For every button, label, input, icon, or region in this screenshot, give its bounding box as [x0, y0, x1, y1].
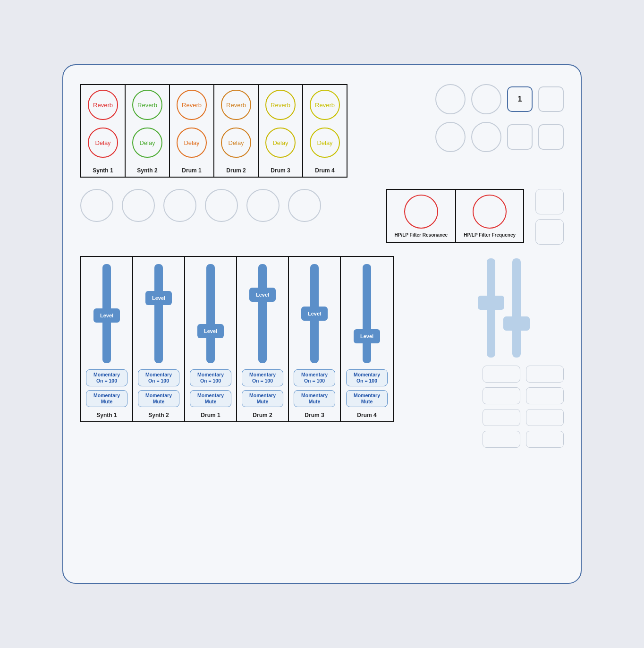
reverb-knob-synth1[interactable]: Reverb: [88, 90, 118, 120]
right-bottom-panel: [483, 256, 564, 448]
bottom-section: Level MomentaryOn = 100 MomentaryMute Sy…: [80, 256, 564, 448]
reverb-knob-synth2[interactable]: Reverb: [132, 90, 162, 120]
right-circle-btn-2[interactable]: [471, 84, 501, 114]
label-drum4-top: Drum 4: [315, 165, 334, 174]
fader-col-drum4: Level MomentaryOn = 100 MomentaryMute Dr…: [341, 257, 393, 421]
light-fader-bar-2: [512, 258, 521, 358]
fader-label-synth2: Synth 2: [148, 411, 169, 418]
filter-frequency-knob[interactable]: [473, 195, 507, 229]
fader-label-drum2: Drum 2: [253, 411, 272, 418]
fader-label-drum3: Drum 3: [305, 411, 324, 418]
filter-resonance-label: HP/LP Filter Resonance: [395, 232, 448, 238]
light-fader-handle-1[interactable]: [478, 296, 504, 310]
reverb-knob-drum2[interactable]: Reverb: [221, 90, 251, 120]
mid-circle-2[interactable]: [122, 189, 155, 222]
filter-resonance-knob[interactable]: [404, 195, 438, 229]
right-sq-mid-2[interactable]: [535, 219, 564, 245]
fader-col-synth1: Level MomentaryOn = 100 MomentaryMute Sy…: [81, 257, 133, 421]
reverb-knob-drum1[interactable]: Reverb: [177, 90, 207, 120]
fader-btn-mute-synth1[interactable]: MomentaryMute: [86, 390, 127, 407]
fader-track-drum2: Level: [254, 262, 271, 366]
fader-track-drum3: Level: [306, 262, 323, 366]
fader-btn-on-drum2[interactable]: MomentaryOn = 100: [242, 369, 283, 386]
fader-btn-mute-drum2[interactable]: MomentaryMute: [242, 390, 283, 407]
right-bot-btn-4[interactable]: [526, 387, 564, 404]
fader-bar-drum2: [258, 264, 267, 363]
right-bot-btn-8[interactable]: [526, 431, 564, 448]
right-top-panel: 1: [435, 84, 564, 152]
right-bot-row3: [483, 409, 564, 426]
label-drum1-top: Drum 1: [182, 165, 201, 174]
light-fader-handle-2[interactable]: [503, 316, 530, 331]
fader-track-drum4: Level: [358, 262, 375, 366]
channel-col-drum1-top: Reverb Delay Drum 1: [170, 85, 214, 177]
fader-btn-mute-drum1[interactable]: MomentaryMute: [190, 390, 231, 407]
fader-track-synth1: Level: [98, 262, 115, 366]
mid-circles-row: [80, 189, 375, 222]
right-bot-btn-3[interactable]: [483, 387, 520, 404]
fader-col-drum2: Level MomentaryOn = 100 MomentaryMute Dr…: [237, 257, 289, 421]
right-bot-btn-5[interactable]: [483, 409, 520, 426]
fader-btn-on-drum3[interactable]: MomentaryOn = 100: [294, 369, 335, 386]
num-button-1[interactable]: 1: [507, 86, 533, 112]
fader-btn-on-drum4[interactable]: MomentaryOn = 100: [346, 369, 388, 386]
mid-circle-1[interactable]: [80, 189, 113, 222]
label-drum2-top: Drum 2: [226, 165, 246, 174]
delay-knob-drum2[interactable]: Delay: [221, 128, 251, 158]
light-faders: [483, 256, 564, 360]
fader-btn-mute-drum4[interactable]: MomentaryMute: [346, 390, 388, 407]
right-bot-row1: [483, 366, 564, 383]
sq-btn-3[interactable]: [507, 124, 533, 150]
right-circle-btn-3[interactable]: [435, 122, 466, 152]
filter-frequency-label: HP/LP Filter Frequency: [464, 232, 516, 238]
sq-btn-4[interactable]: [538, 124, 564, 150]
sq-btn-2[interactable]: [538, 86, 564, 112]
delay-knob-drum4[interactable]: Delay: [310, 128, 340, 158]
reverb-knob-drum4[interactable]: Reverb: [310, 90, 340, 120]
channel-col-drum3-top: Reverb Delay Drum 3: [259, 85, 303, 177]
right-top-row1: 1: [435, 84, 564, 114]
fader-group: Level MomentaryOn = 100 MomentaryMute Sy…: [80, 256, 394, 422]
mid-circle-5[interactable]: [246, 189, 280, 222]
fader-bar-synth2: [154, 264, 163, 363]
fader-handle-drum1[interactable]: Level: [197, 324, 224, 338]
right-bot-row2: [483, 387, 564, 404]
right-bot-btn-7[interactable]: [483, 431, 520, 448]
light-fader-track-2: [508, 256, 525, 360]
light-fader-track-1: [483, 256, 500, 360]
label-drum3-top: Drum 3: [271, 165, 290, 174]
channel-col-drum2-top: Reverb Delay Drum 2: [214, 85, 259, 177]
fader-handle-drum4[interactable]: Level: [354, 329, 380, 343]
fader-btn-on-synth2[interactable]: MomentaryOn = 100: [138, 369, 179, 386]
delay-knob-synth1[interactable]: Delay: [88, 128, 118, 158]
delay-knob-drum1[interactable]: Delay: [177, 128, 207, 158]
filter-resonance-col: HP/LP Filter Resonance: [387, 190, 457, 242]
fader-btn-on-synth1[interactable]: MomentaryOn = 100: [86, 369, 127, 386]
right-bot-btn-1[interactable]: [483, 366, 520, 383]
fader-btn-mute-drum3[interactable]: MomentaryMute: [294, 390, 335, 407]
mid-circle-4[interactable]: [205, 189, 238, 222]
right-sq-mid-1[interactable]: [535, 189, 564, 214]
filter-group: HP/LP Filter Resonance HP/LP Filter Freq…: [386, 189, 524, 243]
fader-bar-drum1: [206, 264, 215, 363]
fader-handle-drum3[interactable]: Level: [301, 307, 328, 321]
mid-circle-3[interactable]: [163, 189, 196, 222]
fader-btn-on-drum1[interactable]: MomentaryOn = 100: [190, 369, 231, 386]
fader-btn-mute-synth2[interactable]: MomentaryMute: [138, 390, 179, 407]
fader-col-drum3: Level MomentaryOn = 100 MomentaryMute Dr…: [289, 257, 341, 421]
fader-col-synth2: Level MomentaryOn = 100 MomentaryMute Sy…: [133, 257, 185, 421]
delay-knob-drum3[interactable]: Delay: [265, 128, 296, 158]
delay-knob-synth2[interactable]: Delay: [132, 128, 162, 158]
right-mid-btns: [535, 189, 564, 245]
mid-circle-6[interactable]: [288, 189, 321, 222]
fader-col-drum1: Level MomentaryOn = 100 MomentaryMute Dr…: [185, 257, 237, 421]
fader-handle-synth2[interactable]: Level: [145, 291, 172, 305]
right-circle-btn-4[interactable]: [471, 122, 501, 152]
right-bot-btn-2[interactable]: [526, 366, 564, 383]
right-circle-btn-1[interactable]: [435, 84, 466, 114]
right-bot-btn-6[interactable]: [526, 409, 564, 426]
fader-handle-synth1[interactable]: Level: [93, 308, 120, 323]
main-container: Reverb Delay Synth 1 Reverb Delay Synth …: [62, 64, 582, 584]
reverb-knob-drum3[interactable]: Reverb: [265, 90, 296, 120]
fader-handle-drum2[interactable]: Level: [249, 288, 276, 302]
